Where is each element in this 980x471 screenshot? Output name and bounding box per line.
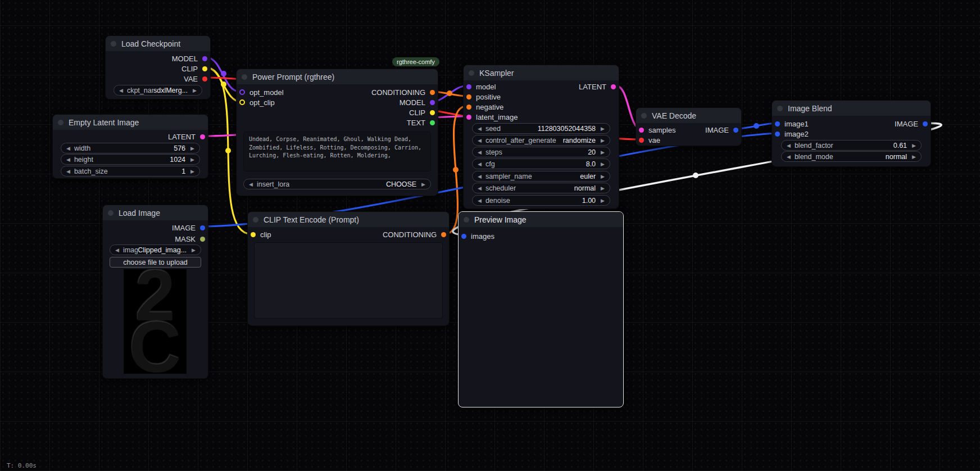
image-slot-dot[interactable]: [733, 128, 738, 133]
increment-arrow-icon[interactable]: ▶: [190, 157, 194, 162]
image1-slot-dot[interactable]: [775, 121, 780, 126]
decrement-arrow-icon[interactable]: ◀: [66, 146, 70, 151]
prompt-textarea[interactable]: Undead, Corpse, Reanimated, Ghoul, Walki…: [243, 132, 431, 171]
seed-widget[interactable]: ◀ seed 112803052044358 ▶: [472, 123, 610, 134]
node-power-prompt[interactable]: Power Prompt (rgthree) opt_model opt_cli…: [236, 69, 438, 196]
node-load-image[interactable]: Load Image IMAGE MASK ◀ image Clipped_im…: [102, 205, 208, 379]
increment-arrow-icon[interactable]: ▶: [601, 126, 605, 132]
node-image-blend[interactable]: Image Blend image1 image2 IMAGE ◀ blend_…: [772, 100, 931, 167]
increment-arrow-icon[interactable]: ▶: [601, 185, 605, 191]
node-titlebar[interactable]: KSampler: [464, 65, 619, 80]
steps-widget[interactable]: ◀ steps 20 ▶: [472, 147, 610, 157]
text-slot-dot[interactable]: [430, 120, 435, 125]
collapse-dot-icon[interactable]: [469, 70, 474, 76]
node-preview-image[interactable]: Preview Image images: [458, 211, 624, 407]
width-widget[interactable]: ◀ width 576 ▶: [61, 143, 200, 153]
image2-slot-dot[interactable]: [775, 132, 780, 137]
decrement-arrow-icon[interactable]: ◀: [66, 169, 70, 174]
node-titlebar[interactable]: Load Checkpoint: [106, 36, 210, 51]
input-slot-image1[interactable]: image1: [775, 119, 809, 129]
input-slot-latent-image[interactable]: latent_image: [466, 112, 518, 122]
images-slot-dot[interactable]: [461, 234, 466, 239]
image-slot-dot[interactable]: [200, 225, 205, 230]
opt-model-slot-dot[interactable]: [239, 89, 245, 95]
decrement-arrow-icon[interactable]: ◀: [787, 143, 791, 148]
increment-arrow-icon[interactable]: ▶: [192, 247, 196, 253]
choose-file-button[interactable]: choose file to upload: [110, 257, 201, 268]
output-slot-image[interactable]: IMAGE: [172, 223, 205, 233]
samples-slot-dot[interactable]: [639, 128, 644, 133]
node-vae-decode[interactable]: VAE Decode samples vae IMAGE: [636, 107, 742, 146]
text-prompt-textarea[interactable]: [254, 242, 443, 319]
opt-clip-slot-dot[interactable]: [239, 99, 245, 105]
output-slot-model[interactable]: MODEL: [172, 53, 207, 64]
input-slot-positive[interactable]: positive: [466, 92, 501, 102]
input-slot-model[interactable]: model: [466, 81, 496, 92]
clip-slot-dot[interactable]: [430, 110, 435, 115]
positive-slot-dot[interactable]: [466, 94, 471, 99]
sampler-name-widget[interactable]: ◀ sampler_name euler ▶: [472, 171, 610, 182]
input-slot-images[interactable]: images: [461, 231, 494, 241]
node-ksampler[interactable]: KSampler model positive negative latent_…: [463, 65, 619, 209]
latent-slot-dot[interactable]: [611, 84, 616, 89]
blend-mode-widget[interactable]: ◀ blend_mode normal ▶: [781, 151, 922, 162]
increment-arrow-icon[interactable]: ▶: [912, 154, 916, 160]
input-slot-image2[interactable]: image2: [775, 129, 809, 139]
collapse-dot-icon[interactable]: [242, 74, 247, 80]
input-slot-samples[interactable]: samples: [639, 125, 675, 135]
output-slot-latent[interactable]: LATENT: [579, 81, 616, 92]
output-slot-latent[interactable]: LATENT: [168, 132, 205, 142]
latent-image-slot-dot[interactable]: [466, 115, 471, 120]
image-file-combo[interactable]: ◀ image Clipped_imag... ▶: [110, 244, 201, 255]
decrement-arrow-icon[interactable]: ◀: [787, 154, 791, 160]
input-slot-vae[interactable]: vae: [639, 135, 660, 145]
denoise-widget[interactable]: ◀ denoise 1.00 ▶: [472, 195, 610, 206]
node-titlebar[interactable]: Image Blend: [772, 101, 931, 116]
model-slot-dot[interactable]: [202, 56, 207, 61]
collapse-dot-icon[interactable]: [777, 106, 783, 111]
output-slot-vae[interactable]: VAE: [184, 74, 207, 84]
decrement-arrow-icon[interactable]: ◀: [478, 198, 482, 203]
output-slot-image[interactable]: IMAGE: [895, 119, 928, 129]
collapse-dot-icon[interactable]: [641, 113, 647, 119]
blend-factor-widget[interactable]: ◀ blend_factor 0.61 ▶: [781, 140, 922, 151]
input-slot-negative[interactable]: negative: [466, 102, 503, 112]
model-slot-dot[interactable]: [466, 84, 471, 89]
output-slot-clip[interactable]: CLIP: [182, 64, 207, 74]
output-slot-mask[interactable]: MASK: [175, 234, 205, 244]
decrement-arrow-icon[interactable]: ◀: [249, 182, 253, 187]
scheduler-widget[interactable]: ◀ scheduler normal ▶: [472, 183, 610, 193]
node-titlebar[interactable]: CLIP Text Encode (Prompt): [248, 212, 449, 227]
height-widget[interactable]: ◀ height 1024 ▶: [61, 154, 200, 165]
decrement-arrow-icon[interactable]: ◀: [115, 247, 119, 253]
increment-arrow-icon[interactable]: ▶: [601, 198, 605, 203]
input-slot-opt-clip[interactable]: opt_clip: [239, 97, 275, 107]
increment-arrow-icon[interactable]: ▶: [601, 150, 605, 155]
clip-slot-dot[interactable]: [251, 232, 256, 237]
latent-slot-dot[interactable]: [200, 134, 205, 139]
conditioning-slot-dot[interactable]: [430, 90, 435, 95]
decrement-arrow-icon[interactable]: ◀: [66, 157, 70, 162]
insert-lora-combo[interactable]: ◀ insert_lora CHOOSE ▶: [243, 179, 431, 189]
negative-slot-dot[interactable]: [466, 105, 471, 110]
node-load-checkpoint[interactable]: Load Checkpoint MODEL CLIP VAE ◀ ckpt_na…: [105, 35, 211, 99]
image-slot-dot[interactable]: [923, 121, 928, 126]
increment-arrow-icon[interactable]: ▶: [601, 174, 605, 179]
collapse-dot-icon[interactable]: [108, 210, 114, 216]
node-titlebar[interactable]: Load Image: [103, 205, 208, 220]
increment-arrow-icon[interactable]: ▶: [912, 143, 916, 148]
collapse-dot-icon[interactable]: [111, 41, 116, 47]
increment-arrow-icon[interactable]: ▶: [601, 161, 605, 167]
node-titlebar[interactable]: Preview Image: [459, 212, 623, 227]
input-slot-opt-model[interactable]: opt_model: [239, 87, 284, 97]
control-after-generate-widget[interactable]: ◀ control_after_generate randomize ▶: [472, 135, 610, 146]
node-titlebar[interactable]: Power Prompt (rgthree): [237, 69, 438, 84]
decrement-arrow-icon[interactable]: ◀: [478, 161, 482, 167]
collapse-dot-icon[interactable]: [253, 217, 258, 223]
collapse-dot-icon[interactable]: [464, 217, 469, 223]
node-clip-text-encode[interactable]: CLIP Text Encode (Prompt) clip CONDITION…: [247, 211, 450, 326]
output-slot-conditioning[interactable]: CONDITIONING: [383, 229, 446, 239]
output-slot-text[interactable]: TEXT: [407, 117, 435, 128]
conditioning-slot-dot[interactable]: [441, 232, 446, 237]
output-slot-image[interactable]: IMAGE: [705, 125, 738, 135]
